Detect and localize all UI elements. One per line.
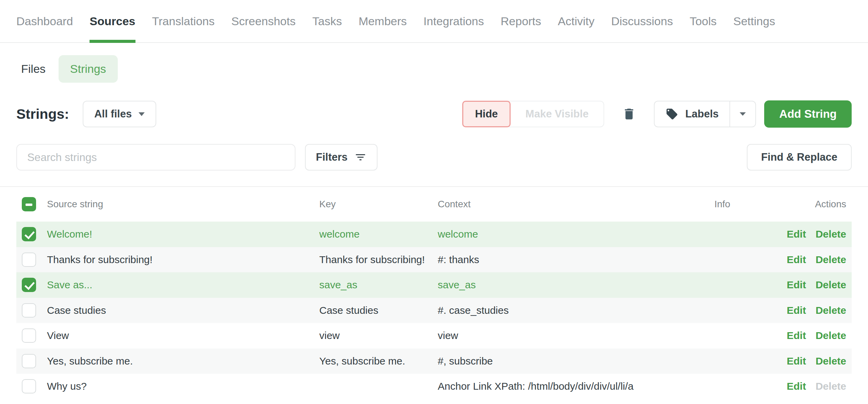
source-string-cell: Why us? bbox=[47, 381, 319, 392]
nav-item-discussions[interactable]: Discussions bbox=[611, 0, 673, 42]
source-string-cell: Yes, subscribe me. bbox=[47, 355, 319, 367]
edit-action[interactable]: Edit bbox=[787, 279, 806, 291]
visibility-button-group: Hide Make Visible bbox=[462, 101, 604, 127]
context-cell: #: thanks bbox=[438, 254, 678, 265]
row-checkbox[interactable] bbox=[22, 227, 36, 241]
nav-item-tools[interactable]: Tools bbox=[690, 0, 717, 42]
search-row: Filters Find & Replace bbox=[16, 144, 852, 171]
source-string-cell: Case studies bbox=[47, 305, 319, 316]
row-checkbox[interactable] bbox=[22, 328, 36, 343]
strings-table: Source string Key Context Info Actions W… bbox=[16, 187, 852, 399]
table-row: View view view Edit Delete bbox=[16, 323, 852, 349]
nav-item-sources[interactable]: Sources bbox=[90, 0, 135, 42]
edit-action[interactable]: Edit bbox=[787, 228, 806, 240]
edit-action[interactable]: Edit bbox=[787, 355, 806, 367]
header-actions: Actions bbox=[767, 199, 852, 210]
source-string-cell: View bbox=[47, 330, 319, 341]
row-checkbox[interactable] bbox=[22, 379, 36, 393]
nav-item-settings[interactable]: Settings bbox=[733, 0, 775, 42]
chevron-down-icon bbox=[740, 112, 746, 116]
nav-item-members[interactable]: Members bbox=[358, 0, 407, 42]
hide-button[interactable]: Hide bbox=[462, 101, 510, 127]
labels-button[interactable]: Labels bbox=[655, 101, 729, 127]
key-cell: Thanks for subscribing! bbox=[319, 254, 438, 265]
row-checkbox[interactable] bbox=[22, 354, 36, 368]
table-row: Why us? Anchor Link XPath: /html/body/di… bbox=[16, 374, 852, 399]
select-all-checkbox[interactable] bbox=[22, 197, 36, 211]
header-source-string: Source string bbox=[47, 199, 319, 210]
make-visible-button[interactable]: Make Visible bbox=[511, 101, 604, 127]
context-cell: view bbox=[438, 330, 678, 341]
row-checkbox[interactable] bbox=[22, 278, 36, 292]
search-input[interactable] bbox=[16, 144, 295, 171]
nav-item-integrations[interactable]: Integrations bbox=[423, 0, 484, 42]
sources-subtabs: Files Strings bbox=[16, 55, 868, 83]
context-cell: #, subscribe bbox=[438, 355, 678, 367]
nav-item-translations[interactable]: Translations bbox=[152, 0, 215, 42]
delete-action[interactable]: Delete bbox=[816, 355, 846, 367]
filter-icon bbox=[354, 151, 367, 163]
nav-item-activity[interactable]: Activity bbox=[558, 0, 595, 42]
nav-item-screenshots[interactable]: Screenshots bbox=[231, 0, 295, 42]
table-row: Case studies Case studies #. case_studie… bbox=[16, 298, 852, 323]
source-string-cell: Welcome! bbox=[47, 228, 319, 240]
filters-label: Filters bbox=[316, 151, 348, 163]
row-checkbox[interactable] bbox=[22, 253, 36, 267]
delete-strings-button[interactable] bbox=[622, 107, 636, 121]
delete-action[interactable]: Delete bbox=[816, 381, 846, 392]
context-cell: #. case_studies bbox=[438, 305, 678, 316]
edit-action[interactable]: Edit bbox=[787, 254, 806, 265]
delete-action[interactable]: Delete bbox=[816, 330, 846, 341]
tab-strings[interactable]: Strings bbox=[59, 55, 118, 83]
context-cell: Anchor Link XPath: /html/body/div/div/ul… bbox=[438, 381, 678, 392]
table-row: Yes, subscribe me. Yes, subscribe me. #,… bbox=[16, 349, 852, 374]
context-cell: save_as bbox=[438, 279, 678, 291]
chevron-down-icon bbox=[139, 112, 145, 116]
labels-label: Labels bbox=[685, 108, 719, 120]
nav-item-dashboard[interactable]: Dashboard bbox=[16, 0, 73, 42]
labels-dropdown-button[interactable] bbox=[730, 101, 755, 127]
file-filter-dropdown[interactable]: All files bbox=[83, 101, 156, 127]
table-row: Save as... save_as save_as Edit Delete bbox=[16, 272, 852, 298]
delete-action[interactable]: Delete bbox=[816, 228, 846, 240]
delete-action[interactable]: Delete bbox=[816, 254, 846, 265]
filters-button[interactable]: Filters bbox=[305, 144, 377, 171]
strings-toolbar: Strings: All files Hide Make Visible Lab… bbox=[16, 100, 852, 128]
header-info: Info bbox=[678, 199, 767, 210]
source-string-cell: Save as... bbox=[47, 279, 319, 291]
key-cell: welcome bbox=[319, 228, 438, 240]
nav-item-reports[interactable]: Reports bbox=[501, 0, 541, 42]
top-navigation: Dashboard Sources Translations Screensho… bbox=[0, 0, 868, 43]
edit-action[interactable]: Edit bbox=[787, 330, 806, 341]
key-cell: Case studies bbox=[319, 305, 438, 316]
tag-icon bbox=[665, 108, 678, 120]
table-header-row: Source string Key Context Info Actions bbox=[16, 187, 852, 222]
delete-action[interactable]: Delete bbox=[816, 279, 846, 291]
tab-files[interactable]: Files bbox=[16, 55, 50, 83]
key-cell: Yes, subscribe me. bbox=[319, 355, 438, 367]
table-row: Thanks for subscribing! Thanks for subsc… bbox=[16, 247, 852, 273]
edit-action[interactable]: Edit bbox=[787, 305, 806, 316]
edit-action[interactable]: Edit bbox=[787, 381, 806, 392]
labels-button-group: Labels bbox=[654, 101, 756, 127]
file-filter-label: All files bbox=[94, 108, 132, 120]
trash-icon bbox=[622, 107, 636, 121]
source-string-cell: Thanks for subscribing! bbox=[47, 254, 319, 265]
find-replace-button[interactable]: Find & Replace bbox=[747, 144, 852, 171]
header-context: Context bbox=[438, 199, 678, 210]
row-checkbox[interactable] bbox=[22, 303, 36, 318]
page-title: Strings: bbox=[16, 106, 69, 122]
key-cell: view bbox=[319, 330, 438, 341]
delete-action[interactable]: Delete bbox=[816, 305, 846, 316]
nav-item-tasks[interactable]: Tasks bbox=[312, 0, 342, 42]
table-row: Welcome! welcome welcome Edit Delete bbox=[16, 222, 852, 247]
add-string-button[interactable]: Add String bbox=[764, 100, 852, 128]
context-cell: welcome bbox=[438, 228, 678, 240]
key-cell: save_as bbox=[319, 279, 438, 291]
header-key: Key bbox=[319, 199, 438, 210]
